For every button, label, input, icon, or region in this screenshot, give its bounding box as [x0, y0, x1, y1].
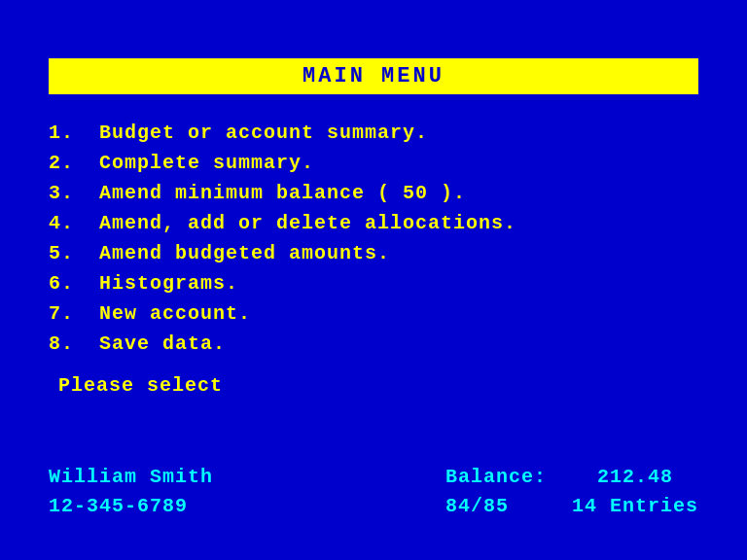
footer-right: Balance: 212.48 84/85 14 Entries: [445, 463, 698, 521]
menu-item-1-label: Budget or account summary.: [99, 122, 428, 144]
balance-label: Balance:: [445, 466, 547, 488]
entries-count: 14: [572, 495, 597, 517]
year: 84/85: [445, 495, 509, 517]
user-name: William Smith: [49, 463, 213, 492]
menu-item-3-label: Amend minimum balance ( 50 ).: [99, 182, 466, 204]
menu-item-5-number: 5.: [49, 242, 99, 264]
menu-item-7-number: 7.: [49, 302, 99, 325]
entries-line: 84/85 14 Entries: [445, 492, 698, 521]
menu-item-5[interactable]: 5. Amend budgeted amounts.: [49, 242, 698, 264]
menu-item-2-number: 2.: [49, 152, 99, 174]
menu-item-3[interactable]: 3. Amend minimum balance ( 50 ).: [49, 182, 698, 204]
menu-item-8-number: 8.: [49, 332, 99, 355]
title-bar: MAIN MENU: [49, 58, 698, 94]
screen: MAIN MENU 1. Budget or account summary. …: [0, 0, 747, 560]
entries-text: Entries: [610, 495, 698, 517]
menu-item-4[interactable]: 4. Amend, add or delete allocations.: [49, 212, 698, 234]
account-number: 12-345-6789: [49, 492, 213, 521]
menu-item-3-number: 3.: [49, 182, 99, 204]
footer: William Smith 12-345-6789 Balance: 212.4…: [49, 463, 698, 521]
menu-item-4-number: 4.: [49, 212, 99, 234]
menu-item-6-number: 6.: [49, 272, 99, 295]
menu-item-6-label: Histograms.: [99, 272, 238, 295]
footer-left: William Smith 12-345-6789: [49, 463, 213, 521]
menu-list: 1. Budget or account summary. 2. Complet…: [49, 122, 698, 355]
balance-value: 212.48: [597, 466, 673, 488]
menu-item-1[interactable]: 1. Budget or account summary.: [49, 122, 698, 144]
menu-item-7-label: New account.: [99, 302, 251, 325]
menu-item-2-label: Complete summary.: [99, 152, 314, 174]
balance-line: Balance: 212.48: [445, 463, 698, 492]
menu-item-2[interactable]: 2. Complete summary.: [49, 152, 698, 174]
menu-item-8[interactable]: 8. Save data.: [49, 332, 698, 355]
menu-item-1-number: 1.: [49, 122, 99, 144]
please-select-prompt: Please select: [58, 374, 698, 397]
menu-item-6[interactable]: 6. Histograms.: [49, 272, 698, 295]
main-menu-title: MAIN MENU: [302, 64, 445, 88]
prompt-text: Please select: [58, 374, 223, 397]
menu-item-5-label: Amend budgeted amounts.: [99, 242, 390, 264]
menu-item-8-label: Save data.: [99, 332, 226, 355]
menu-item-4-label: Amend, add or delete allocations.: [99, 212, 516, 234]
menu-item-7[interactable]: 7. New account.: [49, 302, 698, 325]
